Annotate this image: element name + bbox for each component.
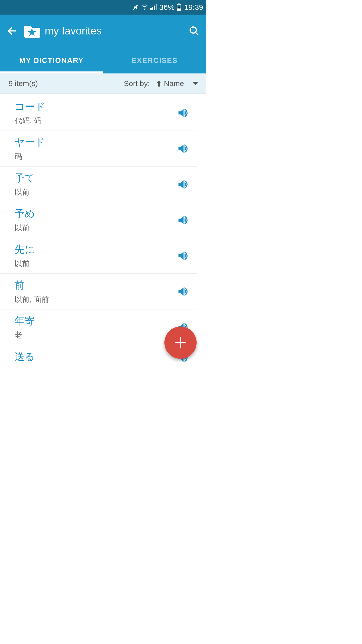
list-item[interactable]: コード代码, 码 xyxy=(0,94,197,131)
sort-direction-asc-icon[interactable] xyxy=(156,80,161,87)
word-jp: ヤード xyxy=(15,135,175,149)
tab-my-dictionary[interactable]: MY DICTIONARY xyxy=(0,47,103,73)
word-jp: 送る xyxy=(15,350,175,362)
dropdown-caret-icon[interactable] xyxy=(193,82,199,85)
sort-key-selector[interactable]: Name xyxy=(164,79,184,88)
word-cn: 以前 xyxy=(15,187,175,197)
list-item[interactable]: 予て以前 xyxy=(0,167,197,202)
tab-label: MY DICTIONARY xyxy=(19,56,84,65)
sort-bar: 9 item(s) Sort by: Name xyxy=(0,73,206,94)
list-item[interactable]: 予め以前 xyxy=(0,202,197,238)
list-item[interactable]: 前以前, 面前 xyxy=(0,274,197,309)
word-cn: 代码, 码 xyxy=(15,116,175,126)
word-cn: 以前 xyxy=(15,259,175,269)
svg-line-14 xyxy=(195,32,198,35)
list-item[interactable]: ヤード码 xyxy=(0,131,197,167)
svg-rect-5 xyxy=(154,6,155,10)
word-jp: 前 xyxy=(15,278,175,292)
speaker-button[interactable] xyxy=(175,106,190,120)
word-jp: 予め xyxy=(15,207,175,220)
clock-time: 19:39 xyxy=(184,3,203,12)
speaker-button[interactable] xyxy=(175,285,190,299)
svg-rect-3 xyxy=(150,8,152,10)
word-cn: 以前, 面前 xyxy=(15,294,175,305)
word-jp: 年寄 xyxy=(15,314,175,328)
battery-charging-icon xyxy=(177,4,181,11)
item-count: 9 item(s) xyxy=(9,79,38,88)
favorites-list: コード代码, 码ヤード码予て以前予め以前先に以前前以前, 面前年寄老送る xyxy=(0,94,206,362)
app-bar: my favorites MY DICTIONARY EXERCISES xyxy=(0,15,206,73)
search-button[interactable] xyxy=(187,24,201,38)
word-jp: コード xyxy=(15,100,175,113)
svg-point-2 xyxy=(144,9,145,10)
battery-percent: 36% xyxy=(159,3,175,12)
page-title: my favorites xyxy=(45,25,102,37)
status-bar: 36% 19:39 xyxy=(0,0,206,15)
tab-label: EXERCISES xyxy=(131,56,178,65)
signal-icon xyxy=(150,4,157,10)
favorites-folder-icon xyxy=(24,24,40,38)
svg-rect-4 xyxy=(152,7,153,10)
wifi-icon xyxy=(141,5,148,10)
svg-rect-6 xyxy=(156,4,157,10)
list-item[interactable]: 先に以前 xyxy=(0,238,197,274)
tabs: MY DICTIONARY EXERCISES xyxy=(0,47,206,73)
mute-icon xyxy=(132,4,139,11)
tab-exercises[interactable]: EXERCISES xyxy=(103,47,206,73)
word-cn: 以前 xyxy=(15,223,175,233)
speaker-button[interactable] xyxy=(175,177,190,191)
word-cn: 码 xyxy=(15,151,175,162)
sort-by-label: Sort by: xyxy=(124,79,150,88)
speaker-button[interactable] xyxy=(175,249,190,263)
speaker-button[interactable] xyxy=(175,142,190,156)
add-fab[interactable] xyxy=(164,327,197,359)
word-jp: 予て xyxy=(15,171,175,185)
word-cn: 老 xyxy=(15,330,175,340)
back-button[interactable] xyxy=(5,24,19,38)
speaker-button[interactable] xyxy=(175,213,190,227)
word-jp: 先に xyxy=(15,243,175,256)
